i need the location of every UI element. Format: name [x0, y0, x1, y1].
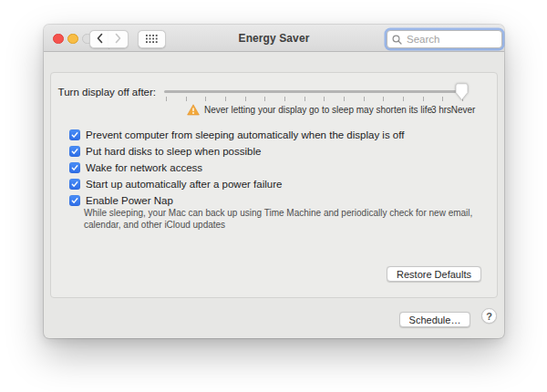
checkbox-label: Prevent computer from sleeping automatic… [86, 129, 404, 140]
warning-icon [187, 103, 200, 115]
display-sleep-slider-label: Turn display off after: [44, 87, 156, 98]
energy-saver-window: Energy Saver Turn display off after: Nev… [44, 25, 504, 338]
checkbox-checked-icon[interactable] [69, 162, 80, 173]
checkbox-row-hard-disks[interactable]: Put hard disks to sleep when possible [69, 145, 261, 157]
checkbox-row-power-failure[interactable]: Start up automatically after a power fai… [69, 178, 282, 190]
schedule-button[interactable]: Schedule… [399, 312, 470, 327]
checkbox-label: Enable Power Nap [86, 195, 173, 206]
checkbox-label: Put hard disks to sleep when possible [86, 146, 261, 157]
tick-label-never: Never [449, 105, 478, 115]
checkbox-checked-icon[interactable] [69, 129, 80, 140]
title-bar: Energy Saver [44, 25, 504, 52]
checkbox-checked-icon[interactable] [69, 179, 80, 190]
slider-warning-text: Never letting your display go to sleep m… [204, 105, 432, 115]
checkbox-row-power-nap[interactable]: Enable Power Nap [69, 194, 173, 206]
checkbox-row-prevent-sleep[interactable]: Prevent computer from sleeping automatic… [69, 129, 404, 140]
checkbox-checked-icon[interactable] [69, 146, 80, 157]
checkbox-row-wake-network[interactable]: Wake for network access [69, 161, 202, 173]
checkbox-label: Wake for network access [86, 162, 202, 173]
slider-ticks [166, 97, 463, 101]
search-input[interactable] [405, 33, 497, 46]
checkbox-label: Start up automatically after a power fai… [86, 179, 282, 190]
display-sleep-slider-track[interactable] [164, 90, 467, 93]
help-button[interactable]: ? [481, 308, 497, 324]
display-sleep-slider-thumb[interactable] [455, 83, 469, 101]
checkbox-checked-icon[interactable] [69, 195, 80, 206]
restore-defaults-button[interactable]: Restore Defaults [387, 266, 481, 282]
power-nap-description: While sleeping, your Mac can back up usi… [84, 207, 474, 231]
search-icon [392, 35, 402, 45]
search-field[interactable] [387, 30, 502, 48]
